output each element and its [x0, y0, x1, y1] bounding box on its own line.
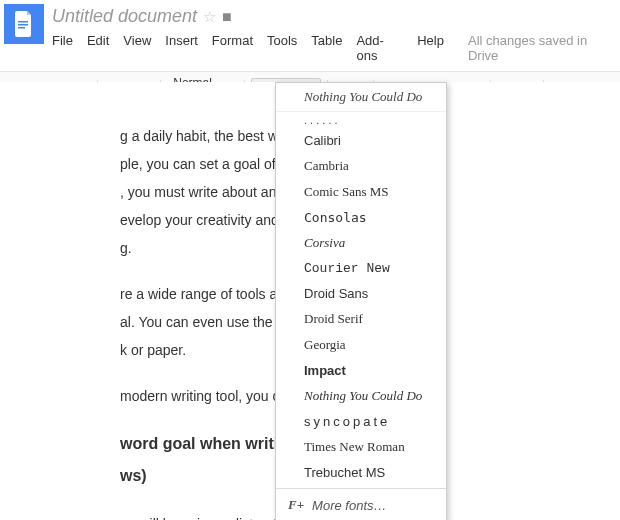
svg-rect-0 [18, 21, 28, 23]
menu-bar: File Edit View Insert Format Tools Table… [48, 27, 620, 71]
font-item-impact[interactable]: Impact [276, 358, 446, 383]
font-item-nothing-you-could-do[interactable]: Nothing You Could Do [276, 383, 446, 409]
font-item-comic-sans-ms[interactable]: Comic Sans MS [276, 179, 446, 205]
font-item-georgia[interactable]: Georgia [276, 332, 446, 358]
font-item-courier-new[interactable]: Courier New [276, 256, 446, 281]
doc-heading: word goal when writi [120, 435, 278, 452]
menu-format[interactable]: Format [212, 33, 253, 63]
more-fonts-label: More fonts… [312, 498, 386, 513]
star-icon[interactable]: ☆ [203, 8, 216, 26]
svg-rect-1 [18, 24, 28, 26]
docs-logo[interactable] [4, 4, 44, 44]
font-item-trebuchet-ms[interactable]: Trebuchet MS [276, 460, 446, 485]
save-status: All changes saved in Drive [468, 33, 616, 63]
doc-text: k or paper. [120, 342, 186, 358]
menu-help[interactable]: Help [417, 33, 444, 63]
font-item-calibri[interactable]: Calibri [276, 128, 446, 153]
font-item-syncopate[interactable]: syncopate [276, 409, 446, 434]
more-fonts-icon: F+ [288, 497, 304, 513]
font-item-droid-serif[interactable]: Droid Serif [276, 306, 446, 332]
menu-view[interactable]: View [123, 33, 151, 63]
menu-insert[interactable]: Insert [165, 33, 198, 63]
folder-icon[interactable]: ■ [222, 8, 232, 26]
more-fonts-button[interactable]: F+ More fonts… [276, 488, 446, 520]
font-item-droid-sans[interactable]: Droid Sans [276, 281, 446, 306]
menu-tools[interactable]: Tools [267, 33, 297, 63]
font-family-menu: Nothing You Could Do . . . . . . Calibri… [275, 82, 447, 520]
font-item-consolas[interactable]: Consolas [276, 205, 446, 230]
menu-edit[interactable]: Edit [87, 33, 109, 63]
svg-rect-2 [18, 27, 25, 29]
doc-heading: ws) [120, 467, 147, 484]
document-title[interactable]: Untitled document [52, 6, 197, 27]
font-list[interactable]: CalibriCambriaComic Sans MSConsolasCorsi… [276, 128, 446, 488]
doc-text: g. [120, 240, 132, 256]
font-item-cambria[interactable]: Cambria [276, 153, 446, 179]
font-truncated-row: . . . . . . [276, 112, 446, 128]
menu-table[interactable]: Table [311, 33, 342, 63]
app-header: Untitled document ☆ ■ File Edit View Ins… [0, 0, 620, 72]
font-item-times-new-roman[interactable]: Times New Roman [276, 434, 446, 460]
font-item-corsiva[interactable]: Corsiva [276, 230, 446, 256]
font-item-ubuntu[interactable]: Ubuntu [276, 485, 446, 488]
menu-file[interactable]: File [52, 33, 73, 63]
menu-addons[interactable]: Add-ons [356, 33, 403, 63]
font-recent-item[interactable]: Nothing You Could Do [276, 83, 446, 112]
